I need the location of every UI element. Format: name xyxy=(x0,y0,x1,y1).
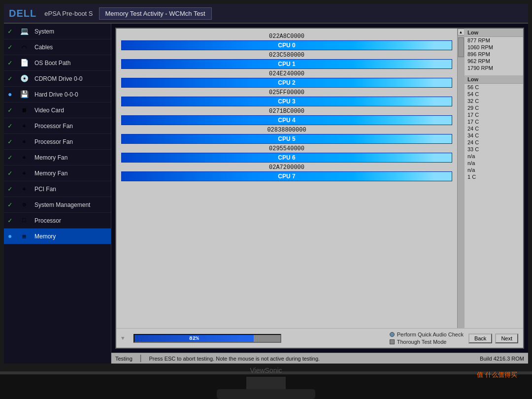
address-4: 0271BC0000 xyxy=(121,108,452,115)
sidebar-item-processor[interactable]: ✓ □ Processor xyxy=(4,213,111,229)
test-activity-content: 022A8C0000 CPU 0 023C580000 CPU 1 024E24… xyxy=(116,29,457,328)
sidebar-item-memfan1[interactable]: ✓ ✶ Memory Fan xyxy=(4,150,111,166)
address-0: 022A8C0000 xyxy=(121,33,452,40)
sidebar-item-procfan2[interactable]: ✓ ✶ Processor Fan xyxy=(4,134,111,150)
cpu0-bar: CPU 0 xyxy=(121,40,452,50)
cables-label: Cables xyxy=(34,44,53,51)
scroll-up-button[interactable]: ▲ xyxy=(458,29,465,35)
scrollbar[interactable]: ▲ xyxy=(457,29,464,328)
sidebar-item-harddrive[interactable]: ● 💾 Hard Drive 0-0-0 xyxy=(4,87,111,102)
address-3: 025FF00000 xyxy=(121,89,452,96)
check-pcifan: ✓ xyxy=(8,185,15,193)
status-state: Testing xyxy=(115,356,133,362)
osboot-label: OS Boot Path xyxy=(34,60,70,66)
address-7: 02A7200000 xyxy=(121,164,452,171)
cables-icon: ⌒ xyxy=(18,42,31,52)
temp-val-9: 33 C xyxy=(465,146,523,153)
top-bar: DELL ePSA Pre-boot S Memory Test Activit… xyxy=(4,4,528,24)
cpu-bar-5: CPU 5 xyxy=(121,134,452,144)
address-1: 023C580000 xyxy=(121,52,452,59)
procfan2-label: Processor Fan xyxy=(34,138,73,145)
memory-test-dialog: 022A8C0000 CPU 0 023C580000 CPU 1 024E24… xyxy=(115,28,524,349)
options-section: Perform Quick Audio Check Thorough Test … xyxy=(390,332,464,345)
temp-header: Low xyxy=(465,75,523,84)
epsa-label: ePSA Pre-boot S xyxy=(44,10,93,17)
temp-val-2: 32 C xyxy=(465,98,523,104)
memfan2-label: Memory Fan xyxy=(34,170,67,177)
temp-val-0: 56 C xyxy=(465,84,523,91)
sidebar-item-memory[interactable]: ● ▤ Memory xyxy=(4,229,111,244)
progress-label: 82% xyxy=(189,335,199,341)
fan-val-4: 1790 RPM xyxy=(465,65,523,71)
right-panel: Low 877 RPM 1060 RPM 896 RPM 962 RPM 179… xyxy=(464,29,523,328)
temp-val-3: 29 C xyxy=(465,104,523,111)
next-button[interactable]: Next xyxy=(495,333,518,343)
monitor-bezel: DELL ePSA Pre-boot S Memory Test Activit… xyxy=(0,0,532,374)
temp-val-12: n/a xyxy=(465,166,523,173)
cpu6-bar: CPU 6 xyxy=(121,153,452,163)
sidebar-item-sysmgmt[interactable]: ✓ ⚙ System Management xyxy=(4,197,111,213)
watermark: 值 什么值得买 xyxy=(477,370,517,379)
temp-val-6: 24 C xyxy=(465,125,523,132)
cpu-bar-7: CPU 7 xyxy=(121,171,452,181)
dell-logo: DELL xyxy=(9,8,36,19)
fan-val-3: 962 RPM xyxy=(465,58,523,65)
sidebar-item-pcifan[interactable]: ✓ ✶ PCI Fan xyxy=(4,181,111,197)
cpu-bar-1: CPU 1 xyxy=(121,59,452,69)
sidebar-item-system[interactable]: ✓ 💻 System xyxy=(4,24,111,39)
cpu-bar-2: CPU 2 xyxy=(121,78,452,88)
procfan2-icon: ✶ xyxy=(18,137,31,147)
check-memory: ● xyxy=(8,233,15,240)
check-procfan1: ✓ xyxy=(8,122,15,130)
harddrive-label: Hard Drive 0-0-0 xyxy=(34,91,78,98)
sidebar-item-cables[interactable]: ✓ ⌒ Cables xyxy=(4,39,111,55)
check-system: ✓ xyxy=(8,27,15,35)
cpu4-bar: CPU 4 xyxy=(121,115,452,125)
sidebar-item-cdrom[interactable]: ✓ 💿 CDROM Drive 0-0 xyxy=(4,71,111,87)
temp-val-1: 54 C xyxy=(465,91,523,98)
procfan1-icon: ✶ xyxy=(18,121,31,131)
thorough-checkbox[interactable] xyxy=(390,339,395,344)
cpu-bar-4: CPU 4 xyxy=(121,115,452,125)
sidebar-item-videocard[interactable]: ✓ ▦ Video Card xyxy=(4,102,111,118)
status-message: Press ESC to abort testing. Note the mou… xyxy=(149,356,320,362)
cdrom-icon: 💿 xyxy=(18,74,31,84)
check-cdrom: ✓ xyxy=(8,74,15,83)
scroll-thumb[interactable] xyxy=(458,37,464,57)
scroll-down-btn[interactable]: ▼ xyxy=(121,335,125,341)
osboot-icon: 📄 xyxy=(18,58,31,68)
cpu-bar-6: CPU 6 xyxy=(121,153,452,163)
memfan1-icon: ✶ xyxy=(18,153,31,163)
system-label: System xyxy=(34,28,54,35)
sidebar-item-osboot[interactable]: ✓ 📄 OS Boot Path xyxy=(4,55,111,71)
cpu-bar-3: CPU 3 xyxy=(121,97,452,106)
progress-bar-inner: 82% xyxy=(134,335,254,342)
quick-audio-dot xyxy=(390,332,395,337)
temp-val-11: n/a xyxy=(465,160,523,166)
temp-val-13: 1 C xyxy=(465,173,523,180)
screen: DELL ePSA Pre-boot S Memory Test Activit… xyxy=(4,4,528,364)
check-sysmgmt: ✓ xyxy=(8,200,15,209)
main-panel: 022A8C0000 CPU 0 023C580000 CPU 1 024E24… xyxy=(111,24,528,364)
stand-neck xyxy=(246,377,286,389)
build-info: Build 4216.3 ROM xyxy=(480,356,524,362)
pcifan-icon: ✶ xyxy=(18,184,31,194)
progress-bar-outer: 82% xyxy=(133,334,281,343)
memory-icon: ▤ xyxy=(18,232,31,241)
sidebar-item-procfan1[interactable]: ✓ ✶ Processor Fan xyxy=(4,118,111,134)
procfan1-label: Processor Fan xyxy=(34,123,73,130)
bottom-options: ▼ 82% Perform Quick Audi xyxy=(116,328,523,348)
pcifan-label: PCI Fan xyxy=(34,186,56,193)
memfan1-label: Memory Fan xyxy=(34,154,67,161)
check-osboot: ✓ xyxy=(8,59,15,67)
thorough-option: Thorough Test Mode xyxy=(390,339,464,345)
cpu7-bar: CPU 7 xyxy=(121,171,452,181)
back-button[interactable]: Back xyxy=(468,333,492,343)
sysmgmt-label: System Management xyxy=(34,201,90,208)
address-5: 02838800000 xyxy=(121,127,452,133)
harddrive-icon: 💾 xyxy=(18,90,31,100)
sidebar-item-memfan2[interactable]: ✓ ✶ Memory Fan xyxy=(4,166,111,181)
check-procfan2: ✓ xyxy=(8,137,15,146)
stand-base xyxy=(217,389,315,399)
temp-val-7: 34 C xyxy=(465,132,523,139)
